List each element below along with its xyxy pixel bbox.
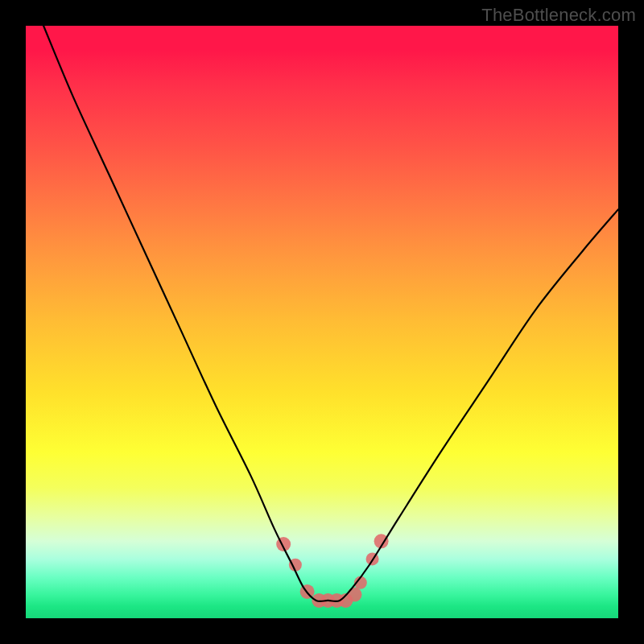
chart-canvas: TheBottleneck.com bbox=[0, 0, 644, 644]
bottleneck-curve bbox=[43, 26, 618, 601]
marker-dot bbox=[347, 588, 361, 602]
curve-layer bbox=[26, 26, 618, 618]
plot-area bbox=[26, 26, 618, 618]
watermark-label: TheBottleneck.com bbox=[481, 5, 636, 26]
marker-group bbox=[276, 534, 388, 608]
